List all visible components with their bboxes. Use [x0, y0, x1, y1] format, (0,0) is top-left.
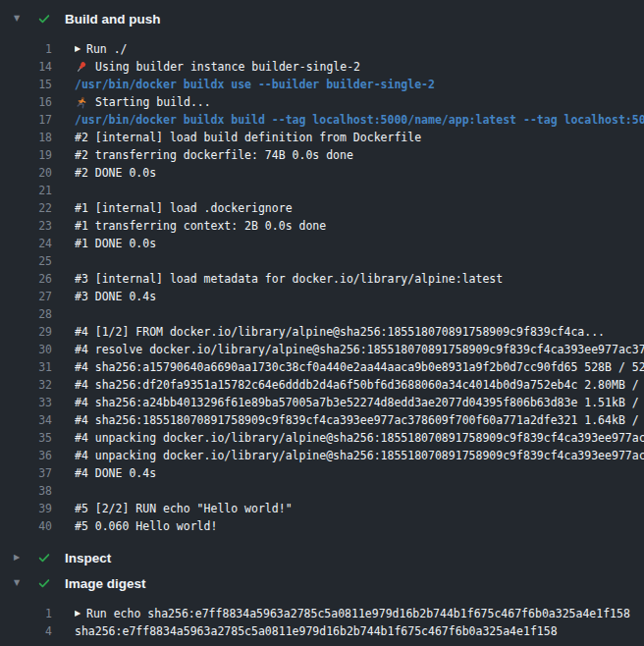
- log-text-content: #4 resolve docker.io/library/alpine@sha2…: [75, 341, 644, 358]
- line-number[interactable]: 27: [0, 288, 52, 305]
- log-text-content: #4 sha256:185518070891758909c9f839cf4ca3…: [75, 411, 644, 429]
- play-icon[interactable]: ▶: [75, 605, 86, 622]
- line-number[interactable]: 29: [0, 323, 52, 341]
- line-number[interactable]: 16: [0, 93, 52, 111]
- line-number[interactable]: 17: [0, 111, 52, 129]
- line-number[interactable]: 1: [0, 605, 52, 622]
- success-check-icon: [37, 576, 51, 590]
- workflow-log-viewer: ▼Build and push1▶Run ./14Using builder i…: [0, 0, 644, 640]
- line-number[interactable]: 28: [0, 305, 52, 323]
- log-line: 16Starting build...: [0, 93, 644, 111]
- log-text: #1 [internal] load .dockerignore: [75, 199, 644, 217]
- log-line: 15/usr/bin/docker buildx use --builder b…: [0, 76, 644, 93]
- line-number[interactable]: 25: [0, 252, 52, 270]
- log-text-content: Run ./: [86, 40, 128, 58]
- chevron-down-icon[interactable]: ▼: [14, 15, 26, 23]
- line-number[interactable]: 15: [0, 76, 52, 93]
- line-number[interactable]: 14: [0, 58, 52, 76]
- line-number[interactable]: 24: [0, 235, 52, 252]
- log-text-content: #2 DONE 0.0s: [75, 164, 156, 182]
- section-header-inspect[interactable]: ▶Inspect: [0, 545, 644, 570]
- log-text: #1 transferring context: 2B 0.0s done: [75, 217, 644, 235]
- log-line: 24#1 DONE 0.0s: [0, 235, 644, 252]
- log-line: 28: [0, 305, 644, 323]
- line-number[interactable]: 1: [0, 40, 52, 58]
- line-number[interactable]: 37: [0, 464, 52, 482]
- log-text: #4 unpacking docker.io/library/alpine@sh…: [75, 429, 644, 447]
- log-text-content: #4 sha256:a15790640a6690aa1730c38cf0a440…: [75, 358, 644, 376]
- line-number[interactable]: 21: [0, 182, 52, 199]
- line-number[interactable]: 30: [0, 341, 52, 358]
- section-header-image-digest[interactable]: ▼Image digest: [0, 570, 644, 596]
- line-number[interactable]: 39: [0, 500, 52, 517]
- line-number[interactable]: 18: [0, 129, 52, 146]
- pushpin-icon: [75, 61, 89, 74]
- log-line: 14Using builder instance builder-single-…: [0, 58, 644, 76]
- log-text-content: #3 DONE 0.4s: [75, 288, 156, 305]
- log-text-content: #5 0.060 Hello world!: [75, 517, 217, 535]
- log-text-content: #4 DONE 0.4s: [75, 464, 156, 482]
- log-section-inspect: ▶Inspect: [0, 545, 644, 570]
- log-line: 36#4 unpacking docker.io/library/alpine@…: [0, 447, 644, 464]
- log-line: 31#4 sha256:a15790640a6690aa1730c38cf0a4…: [0, 358, 644, 376]
- line-number[interactable]: 23: [0, 217, 52, 235]
- line-number[interactable]: 38: [0, 482, 52, 500]
- log-line: 22#1 [internal] load .dockerignore: [0, 199, 644, 217]
- log-text: #4 DONE 0.4s: [75, 464, 644, 482]
- line-number[interactable]: 36: [0, 447, 52, 464]
- log-line: 20#2 DONE 0.0s: [0, 164, 644, 182]
- log-line: 27#3 DONE 0.4s: [0, 288, 644, 305]
- log-text-content: #2 [internal] load build definition from…: [75, 129, 421, 146]
- success-check-icon: [37, 12, 51, 26]
- log-text: #1 DONE 0.0s: [75, 235, 644, 252]
- log-text: /usr/bin/docker buildx use --builder bui…: [75, 76, 644, 93]
- log-line: 23#1 transferring context: 2B 0.0s done: [0, 217, 644, 235]
- log-text: ▶Run ./: [75, 40, 644, 58]
- log-text-content: #5 [2/2] RUN echo "Hello world!": [75, 500, 293, 517]
- line-number[interactable]: 26: [0, 270, 52, 288]
- log-text-content: #1 DONE 0.0s: [75, 235, 156, 252]
- log-text-content: /usr/bin/docker buildx use --builder bui…: [75, 76, 435, 93]
- chevron-right-icon[interactable]: ▶: [14, 554, 26, 562]
- play-icon[interactable]: ▶: [75, 40, 86, 58]
- section-header-build-and-push[interactable]: ▼Build and push: [0, 6, 644, 31]
- line-number[interactable]: 35: [0, 429, 52, 447]
- log-line: 4sha256:e7ff8834a5963a2785c5a0811e979d16…: [0, 622, 644, 640]
- log-text: #4 sha256:a15790640a6690aa1730c38cf0a440…: [75, 358, 644, 376]
- line-number[interactable]: 20: [0, 164, 52, 182]
- section-log-body: 1▶Run ./14Using builder instance builder…: [0, 40, 644, 535]
- log-text: #2 DONE 0.0s: [75, 164, 644, 182]
- log-text: #3 [internal] load metadata for docker.i…: [75, 270, 644, 288]
- line-number[interactable]: 33: [0, 394, 52, 411]
- chevron-down-icon[interactable]: ▼: [14, 579, 26, 587]
- log-line: 40#5 0.060 Hello world!: [0, 517, 644, 535]
- log-text: #4 resolve docker.io/library/alpine@sha2…: [75, 341, 644, 358]
- log-text-content: #4 [1/2] FROM docker.io/library/alpine@s…: [75, 323, 605, 341]
- log-section-build-and-push: ▼Build and push1▶Run ./14Using builder i…: [0, 6, 644, 535]
- log-section-image-digest: ▼Image digest1▶Run echo sha256:e7ff8834a…: [0, 570, 644, 640]
- log-text-content: #2 transferring dockerfile: 74B 0.0s don…: [75, 146, 353, 164]
- log-text-content: #1 [internal] load .dockerignore: [75, 199, 293, 217]
- log-text: sha256:e7ff8834a5963a2785c5a0811e979d16b…: [75, 622, 644, 640]
- line-number[interactable]: 19: [0, 146, 52, 164]
- section-title: Image digest: [65, 576, 146, 591]
- line-number[interactable]: 22: [0, 199, 52, 217]
- log-line: 29#4 [1/2] FROM docker.io/library/alpine…: [0, 323, 644, 341]
- log-line: 39#5 [2/2] RUN echo "Hello world!": [0, 500, 644, 517]
- log-text: #5 [2/2] RUN echo "Hello world!": [75, 500, 644, 517]
- line-number[interactable]: 4: [0, 622, 52, 640]
- runner-icon: [75, 96, 89, 109]
- section-title: Build and push: [65, 12, 161, 27]
- line-number[interactable]: 31: [0, 358, 52, 376]
- line-number[interactable]: 34: [0, 411, 52, 429]
- log-line: 19#2 transferring dockerfile: 74B 0.0s d…: [0, 146, 644, 164]
- line-number[interactable]: 40: [0, 517, 52, 535]
- log-text: #4 [1/2] FROM docker.io/library/alpine@s…: [75, 323, 644, 341]
- line-number[interactable]: 32: [0, 376, 52, 394]
- log-line: 37#4 DONE 0.4s: [0, 464, 644, 482]
- log-text-content: #4 unpacking docker.io/library/alpine@sh…: [75, 447, 644, 464]
- log-text-content: #1 transferring context: 2B 0.0s done: [75, 217, 326, 235]
- log-text-content: /usr/bin/docker buildx build --tag local…: [75, 111, 644, 129]
- log-text: #2 [internal] load build definition from…: [75, 129, 644, 146]
- log-text: /usr/bin/docker buildx build --tag local…: [75, 111, 644, 129]
